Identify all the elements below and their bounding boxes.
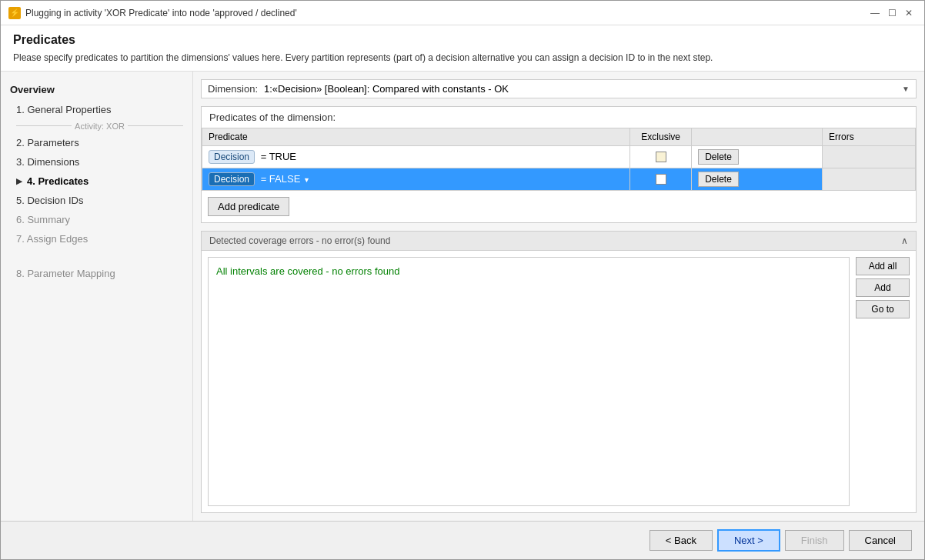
sidebar-item-parameter-mapping: 8. Parameter Mapping — [1, 264, 192, 283]
title-bar: ⚡ Plugging in activity 'XOR Predicate' i… — [1, 1, 924, 25]
errors-cell-true — [822, 145, 915, 168]
col-header-predicate: Predicate — [202, 128, 630, 145]
dimension-value: 1:«Decision» [Boolean]: Compared with co… — [264, 83, 509, 95]
close-button[interactable]: ✕ — [901, 5, 917, 21]
window-title: Plugging in activity 'XOR Predicate' int… — [25, 8, 297, 18]
predicate-operator-false: = FALSE — [261, 173, 303, 185]
sidebar-item-general-properties[interactable]: 1. General Properties — [1, 100, 192, 119]
table-row: Decision = TRUE Delete — [202, 145, 916, 168]
exclusive-checkbox-false[interactable] — [656, 174, 666, 185]
sidebar-item-dimensions[interactable]: 3. Dimensions — [1, 152, 192, 172]
action-cell-false: Delete — [692, 168, 823, 190]
coverage-body: All intervals are covered - no errors fo… — [202, 251, 916, 512]
predicates-table: Predicate Exclusive Errors Decision = TR… — [202, 128, 916, 191]
exclusive-cell-true — [630, 145, 692, 168]
add-predicate-button[interactable]: Add predicate — [208, 197, 289, 216]
add-button[interactable]: Add — [856, 278, 910, 297]
errors-cell-false — [822, 168, 915, 190]
predicate-cell-false[interactable]: Decision = FALSE ▼ — [202, 168, 630, 190]
sidebar: Overview 1. General Properties Activity:… — [1, 72, 193, 521]
finish-button: Finish — [785, 530, 844, 551]
delete-button-true[interactable]: Delete — [698, 149, 739, 165]
coverage-header: Detected coverage errors - no error(s) f… — [202, 232, 916, 251]
next-button[interactable]: Next > — [717, 529, 780, 552]
go-to-button[interactable]: Go to — [856, 300, 910, 318]
dimension-chevron-icon: ▼ — [902, 85, 910, 93]
predicates-section: Predicates of the dimension: Predicate E… — [201, 106, 917, 223]
content-area: Overview 1. General Properties Activity:… — [1, 72, 924, 521]
cancel-button[interactable]: Cancel — [849, 530, 912, 551]
active-arrow-icon: ▶ — [16, 177, 22, 185]
predicates-section-header: Predicates of the dimension: — [202, 107, 916, 128]
exclusive-checkbox-true[interactable] — [656, 152, 666, 162]
sidebar-item-decision-ids[interactable]: 5. Decision IDs — [1, 191, 192, 210]
exclusive-cell-false — [630, 168, 692, 190]
predicate-pill-decision-true: Decision — [209, 150, 255, 164]
sidebar-item-summary: 6. Summary — [1, 210, 192, 229]
operator-dropdown-icon[interactable]: ▼ — [303, 176, 310, 184]
sidebar-divider-activity: Activity: XOR — [1, 119, 192, 133]
minimize-button[interactable]: — — [867, 5, 883, 21]
page-title: Predicates — [13, 33, 912, 47]
col-header-actions — [692, 128, 823, 145]
sidebar-label-general-properties: 1. General Properties — [16, 104, 112, 115]
footer: < Back Next > Finish Cancel — [1, 521, 924, 559]
coverage-header-title: Detected coverage errors - no error(s) f… — [209, 235, 390, 246]
sidebar-label-dimensions: 3. Dimensions — [16, 156, 79, 168]
coverage-message: All intervals are covered - no errors fo… — [208, 257, 850, 506]
dimension-dropdown[interactable]: 1:«Decision» [Boolean]: Compared with co… — [264, 83, 910, 95]
title-bar-left: ⚡ Plugging in activity 'XOR Predicate' i… — [8, 7, 297, 19]
coverage-buttons: Add all Add Go to — [856, 251, 916, 512]
main-window: ⚡ Plugging in activity 'XOR Predicate' i… — [0, 0, 925, 560]
sidebar-item-parameters[interactable]: 2. Parameters — [1, 133, 192, 152]
sidebar-item-predicates[interactable]: ▶ 4. Predicates — [1, 172, 192, 191]
page-description: Please specify predicates to partition t… — [13, 52, 912, 65]
sidebar-label-parameter-mapping: 8. Parameter Mapping — [16, 268, 115, 279]
sidebar-label-assign-edges: 7. Assign Edges — [16, 233, 88, 245]
page-header: Predicates Please specify predicates to … — [1, 25, 924, 72]
predicate-cell-true[interactable]: Decision = TRUE — [202, 145, 630, 168]
col-header-exclusive: Exclusive — [630, 128, 692, 145]
predicate-pill-decision-false: Decision — [209, 172, 255, 186]
delete-button-false[interactable]: Delete — [698, 172, 739, 187]
action-cell-true: Delete — [692, 145, 823, 168]
table-row[interactable]: Decision = FALSE ▼ Delete — [202, 168, 916, 190]
sidebar-title: Overview — [1, 79, 192, 100]
dimension-row: Dimension: 1:«Decision» [Boolean]: Compa… — [201, 79, 917, 98]
sidebar-label-decision-ids: 5. Decision IDs — [16, 195, 83, 206]
maximize-button[interactable]: ☐ — [884, 5, 900, 21]
back-button[interactable]: < Back — [650, 530, 713, 551]
sidebar-label-parameters: 2. Parameters — [16, 137, 79, 148]
sidebar-item-assign-edges: 7. Assign Edges — [1, 229, 192, 248]
coverage-collapse-button[interactable]: ∧ — [901, 235, 908, 246]
coverage-section: Detected coverage errors - no error(s) f… — [201, 231, 917, 513]
predicate-operator-true: = TRUE — [261, 151, 296, 162]
sidebar-label-summary: 6. Summary — [16, 214, 70, 225]
title-controls: — ☐ ✕ — [867, 5, 917, 21]
col-header-errors: Errors — [822, 128, 915, 145]
main-content: Dimension: 1:«Decision» [Boolean]: Compa… — [193, 72, 924, 521]
add-all-button[interactable]: Add all — [856, 257, 910, 275]
sidebar-divider-label: Activity: XOR — [75, 122, 125, 131]
sidebar-label-predicates: 4. Predicates — [27, 175, 88, 187]
dimension-label: Dimension: — [208, 83, 258, 95]
window-icon: ⚡ — [8, 7, 21, 19]
